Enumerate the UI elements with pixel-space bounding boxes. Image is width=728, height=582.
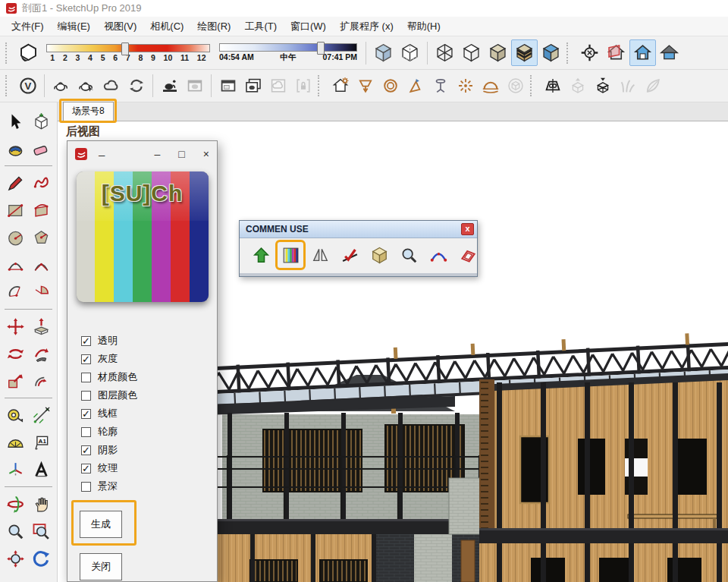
menu-draw[interactable]: 绘图(R) (190, 17, 237, 36)
section-plane-tool-icon[interactable] (576, 39, 603, 66)
cu-update-icon[interactable] (249, 243, 273, 267)
pencil-tool-icon[interactable] (4, 171, 28, 195)
light-dome-icon[interactable] (478, 74, 503, 99)
menu-window[interactable]: 窗口(W) (284, 17, 333, 36)
render-scene-icon[interactable] (157, 74, 182, 99)
menu-view[interactable]: 视图(V) (97, 17, 143, 36)
vray-sync-icon[interactable] (124, 74, 149, 99)
rect-tool-icon[interactable] (4, 198, 28, 222)
menu-file[interactable]: 文件(F) (5, 17, 51, 36)
menu-tools[interactable]: 工具(T) (237, 17, 284, 36)
text-tool-icon[interactable]: A1 (29, 430, 53, 455)
vray-render-icon[interactable] (49, 74, 74, 99)
shadow-month-slider[interactable]: 123456789101112 (46, 44, 210, 62)
shadow-toggle-icon[interactable] (15, 39, 42, 66)
toolbar-grip[interactable] (5, 75, 11, 96)
light-spot-icon[interactable] (403, 74, 428, 99)
checkbox-checked-icon[interactable]: ✓ (81, 354, 91, 364)
minimize-icon[interactable]: – (155, 148, 161, 160)
pushpull-tool-icon[interactable] (29, 314, 53, 338)
checkbox-checked-icon[interactable]: ✓ (81, 336, 91, 346)
shaded-mode-icon[interactable] (485, 39, 511, 66)
paint-tool-icon[interactable] (4, 137, 28, 161)
menu-extensions[interactable]: 扩展程序 (x) (333, 17, 400, 36)
light-sphere-icon[interactable] (378, 74, 403, 99)
freehand-tool-icon[interactable] (29, 171, 53, 195)
infinite-plane-icon[interactable] (540, 74, 565, 99)
shaded-textures-mode-icon[interactable] (511, 39, 538, 66)
lock-frame-icon[interactable] (290, 74, 315, 99)
scale-tool-icon[interactable] (4, 369, 28, 393)
close-icon[interactable]: × (203, 148, 209, 160)
close-icon[interactable]: x (461, 223, 474, 235)
vray-fur-icon[interactable] (615, 74, 640, 99)
toolbar-grip[interactable] (566, 42, 573, 64)
proxy-import-icon[interactable] (590, 74, 615, 99)
follow-tool-icon[interactable] (29, 341, 53, 366)
component-tool-icon[interactable] (29, 109, 53, 134)
back-edges-mode-icon[interactable] (397, 39, 423, 66)
polygon-tool-icon[interactable] (29, 225, 53, 250)
move-tool-icon[interactable] (4, 314, 28, 338)
orbit-tool-icon[interactable] (4, 492, 28, 516)
pan-tool-icon[interactable] (29, 492, 53, 516)
display-section-cuts-icon[interactable] (629, 39, 656, 66)
cu-section-icon[interactable] (456, 243, 480, 267)
shadow-time-slider[interactable]: 04:54 AM 中午 07:41 PM (219, 43, 357, 63)
checkbox-checked-icon[interactable]: ✓ (81, 464, 91, 473)
cu-zoom-icon[interactable] (397, 243, 421, 267)
arc3-tool-icon[interactable] (29, 253, 53, 277)
hidden-line-mode-icon[interactable] (458, 39, 485, 66)
vray-clipper-icon[interactable] (640, 74, 665, 99)
arc2-tool-icon[interactable] (4, 253, 28, 277)
rotate-tool-icon[interactable] (4, 341, 28, 366)
menu-camera[interactable]: 相机(C) (143, 17, 190, 36)
cu-box-icon[interactable] (367, 243, 391, 267)
wireframe-mode-icon[interactable] (431, 39, 458, 66)
cu-mirror-icon[interactable] (308, 243, 332, 267)
zoomext-tool-icon[interactable] (4, 546, 28, 571)
cu-weld-icon[interactable] (337, 243, 362, 267)
circle-tool-icon[interactable] (4, 225, 28, 250)
close-button[interactable]: 关闭 (80, 553, 122, 580)
prev-tool-icon[interactable] (29, 546, 53, 571)
protractor-tool-icon[interactable] (4, 430, 28, 455)
menu-help[interactable]: 帮助(H) (400, 17, 447, 36)
scene-tab[interactable]: 场景号8 (63, 102, 114, 121)
pie-tool-icon[interactable] (29, 280, 53, 304)
time-slider-handle[interactable] (317, 42, 325, 55)
checkbox-checked-icon[interactable]: ✓ (81, 409, 91, 419)
cu-colorbars-icon[interactable] (278, 243, 303, 267)
zoomwin-tool-icon[interactable] (29, 519, 53, 543)
render-frame-icon[interactable] (182, 74, 207, 99)
light-sphere2-icon[interactable] (503, 74, 528, 99)
generate-button[interactable]: 生成 (80, 511, 122, 538)
toolbar-grip[interactable] (530, 75, 536, 96)
tape-tool-icon[interactable] (4, 403, 28, 427)
checkbox-unchecked-icon[interactable] (81, 391, 91, 401)
checkbox-checked-icon[interactable]: ✓ (81, 445, 91, 455)
checkbox-unchecked-icon[interactable] (81, 427, 91, 437)
light-rect-icon[interactable] (353, 74, 378, 99)
arcp-tool-icon[interactable] (4, 280, 28, 304)
menu-edit[interactable]: 编辑(E) (51, 17, 97, 36)
frame-window-icon[interactable] (215, 74, 240, 99)
dim-tool-icon[interactable] (29, 403, 53, 427)
select-tool-icon[interactable] (4, 109, 28, 134)
maximize-icon[interactable]: □ (178, 148, 184, 160)
commen-use-title-bar[interactable]: COMMEN USE x (240, 221, 477, 238)
vray-logo-icon[interactable]: V (15, 74, 40, 99)
xray-mode-icon[interactable] (370, 39, 397, 66)
checkbox-unchecked-icon[interactable] (81, 482, 91, 492)
proxy-export-icon[interactable] (565, 74, 590, 99)
vray-cloud-icon[interactable] (99, 74, 124, 99)
display-section-fill-icon[interactable] (656, 39, 682, 66)
monochrome-mode-icon[interactable] (538, 39, 564, 66)
light-omni-icon[interactable] (453, 74, 478, 99)
text3d-tool-icon[interactable] (29, 458, 53, 482)
month-slider-handle[interactable] (121, 42, 129, 55)
batch-render-icon[interactable] (240, 74, 265, 99)
eraser-tool-icon[interactable] (29, 137, 53, 161)
checkbox-unchecked-icon[interactable] (81, 373, 91, 382)
rrect-tool-icon[interactable] (29, 198, 53, 222)
